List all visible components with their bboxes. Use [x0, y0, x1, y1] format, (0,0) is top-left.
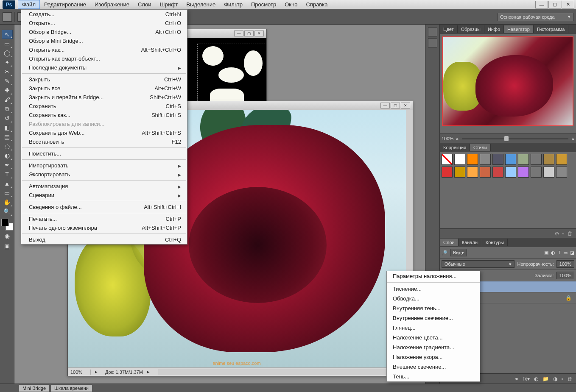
- file-menu-item[interactable]: Закрыть и перейти в Bridge...Shift+Ctrl+…: [21, 93, 187, 102]
- tool-zoom[interactable]: 🔍: [2, 207, 13, 216]
- file-menu-item[interactable]: Печатать...Ctrl+P: [21, 214, 187, 223]
- fx-menu-item[interactable]: Тиснение...: [387, 284, 480, 294]
- tool-pen[interactable]: ✒: [2, 160, 13, 170]
- blend-mode-dropdown[interactable]: Обычные ▾: [442, 260, 514, 268]
- tool-blur[interactable]: ◌: [2, 142, 13, 151]
- panel-tab[interactable]: Коррекция: [440, 144, 470, 151]
- menu-изображение[interactable]: Изображение: [90, 0, 134, 9]
- style-swatch[interactable]: [505, 154, 516, 165]
- tool-wand[interactable]: ✦: [2, 58, 13, 67]
- layer-style-context-menu[interactable]: Параметры наложения...Тиснение...Обводка…: [386, 271, 480, 382]
- filter-smart-icon[interactable]: ◪: [570, 250, 574, 256]
- bottom-tab-minibridge[interactable]: Mini Bridge: [19, 384, 50, 392]
- window-max-button[interactable]: ▢: [548, 1, 561, 8]
- file-menu-item[interactable]: Сохранить для Web...Alt+Shift+Ctrl+S: [21, 128, 187, 137]
- file-menu-item[interactable]: ВосстановитьF12: [21, 137, 187, 146]
- menu-файл[interactable]: Файл: [18, 0, 40, 9]
- adjustment-icon[interactable]: ◑: [553, 376, 557, 382]
- no-style-icon[interactable]: ⊘: [555, 231, 559, 236]
- tool-dodge[interactable]: ◐: [2, 151, 13, 160]
- file-menu-item[interactable]: Последние документы▶: [21, 63, 187, 72]
- style-none[interactable]: [442, 154, 453, 165]
- doc-close-button[interactable]: ✕: [401, 103, 410, 108]
- history-panel-icon[interactable]: [428, 27, 437, 36]
- file-menu-item[interactable]: Открыть как...Alt+Shift+Ctrl+O: [21, 45, 187, 54]
- style-swatch[interactable]: [505, 167, 516, 178]
- style-swatch[interactable]: [531, 167, 542, 178]
- nav-zoom-slider[interactable]: [462, 138, 568, 139]
- screen-mode-button[interactable]: ▣: [2, 242, 13, 251]
- menu-шрифт[interactable]: Шрифт: [156, 0, 182, 9]
- file-menu-item[interactable]: Обзор в Bridge...Alt+Ctrl+O: [21, 28, 187, 36]
- mask-icon[interactable]: ◐: [534, 376, 538, 382]
- tool-eyedropper[interactable]: ✎: [2, 76, 13, 86]
- delete-icon[interactable]: 🗑: [568, 376, 573, 382]
- tool-hand[interactable]: ✋: [2, 197, 13, 207]
- tool-history-brush[interactable]: ↺: [2, 114, 13, 123]
- style-swatch[interactable]: [442, 167, 453, 178]
- panel-tab[interactable]: Каналы: [459, 239, 482, 246]
- panel-tab[interactable]: Слои: [440, 239, 459, 246]
- fx-menu-item[interactable]: Внешнее свечение...: [387, 362, 480, 372]
- style-swatch[interactable]: [556, 167, 567, 178]
- file-menu-item[interactable]: Сохранить как...Shift+Ctrl+S: [21, 111, 187, 120]
- style-swatch[interactable]: [492, 154, 503, 165]
- style-swatch[interactable]: [556, 154, 567, 165]
- file-menu-item[interactable]: Обзор в Mini Bridge...: [21, 36, 187, 45]
- panel-tab[interactable]: Навигатор: [504, 25, 534, 33]
- menu-справка[interactable]: Справка: [302, 0, 332, 9]
- tool-brush[interactable]: 🖌: [2, 95, 13, 104]
- opacity-field[interactable]: 100%: [556, 260, 574, 268]
- style-swatch[interactable]: [543, 167, 554, 178]
- zoom-in-icon[interactable]: ▵: [572, 136, 574, 141]
- panel-tab[interactable]: Стили: [470, 144, 491, 151]
- zoom-field[interactable]: 100%: [70, 370, 91, 375]
- tool-marquee[interactable]: ▭: [2, 39, 13, 48]
- fx-menu-item[interactable]: Наложение цвета...: [387, 333, 480, 342]
- file-menu-item[interactable]: Открыть...Ctrl+O: [21, 19, 187, 28]
- workspace-dropdown[interactable]: Основная рабочая среда ▾: [497, 13, 573, 21]
- doc-close-button[interactable]: ✕: [254, 31, 264, 36]
- group-icon[interactable]: 📁: [542, 376, 549, 382]
- nav-zoom-value[interactable]: 100%: [442, 136, 453, 141]
- style-swatch[interactable]: [518, 167, 529, 178]
- menu-просмотр[interactable]: Просмотр: [247, 0, 280, 9]
- file-menu-item[interactable]: Поместить...: [21, 149, 187, 158]
- style-swatch[interactable]: [480, 154, 491, 165]
- fx-menu-item[interactable]: Параметры наложения...: [387, 271, 480, 281]
- scrollbar-horizontal[interactable]: [158, 369, 411, 375]
- tool-healing[interactable]: ✚: [2, 86, 13, 95]
- panel-tab[interactable]: Цвет: [440, 25, 458, 33]
- file-menu-item[interactable]: Экспортировать▶: [21, 170, 187, 179]
- window-close-button[interactable]: ✕: [562, 1, 574, 8]
- fx-icon[interactable]: fx▾: [523, 376, 529, 382]
- doc-min-button[interactable]: —: [380, 103, 390, 108]
- filter-image-icon[interactable]: ▣: [544, 250, 548, 256]
- fx-menu-item[interactable]: Наложение градиента...: [387, 342, 480, 352]
- filter-shape-icon[interactable]: ▭: [563, 250, 568, 256]
- fx-menu-item[interactable]: Наложение узора...: [387, 352, 480, 362]
- link-icon[interactable]: ⚭: [514, 376, 519, 382]
- doc-max-button[interactable]: ▢: [391, 103, 400, 108]
- file-menu-item[interactable]: Сценарии▶: [21, 191, 187, 200]
- panel-tab[interactable]: Инфо: [484, 25, 504, 33]
- menu-редактирование[interactable]: Редактирование: [40, 0, 90, 9]
- tool-preset-icon[interactable]: [3, 12, 12, 22]
- actions-panel-icon[interactable]: [428, 38, 437, 47]
- fx-menu-item[interactable]: Обводка...: [387, 294, 480, 303]
- style-swatch[interactable]: [454, 154, 465, 165]
- quick-mask-button[interactable]: ◉: [2, 231, 13, 241]
- menu-слои[interactable]: Слои: [134, 0, 156, 9]
- layer-filter-dropdown[interactable]: Вид ▾: [450, 249, 467, 256]
- menu-выделение[interactable]: Выделение: [182, 0, 220, 9]
- style-swatch[interactable]: [467, 154, 478, 165]
- fx-menu-item[interactable]: Глянец...: [387, 323, 480, 333]
- file-menu-item[interactable]: Импортировать▶: [21, 161, 187, 170]
- delete-icon[interactable]: 🗑: [568, 231, 573, 236]
- color-swatches[interactable]: [1, 219, 13, 231]
- file-menu-item[interactable]: Автоматизация▶: [21, 182, 187, 191]
- panel-tab[interactable]: Образцы: [458, 25, 484, 33]
- menu-окно[interactable]: Окно: [280, 0, 302, 9]
- tool-crop[interactable]: ✂: [2, 67, 13, 76]
- file-menu-item[interactable]: СохранитьCtrl+S: [21, 102, 187, 111]
